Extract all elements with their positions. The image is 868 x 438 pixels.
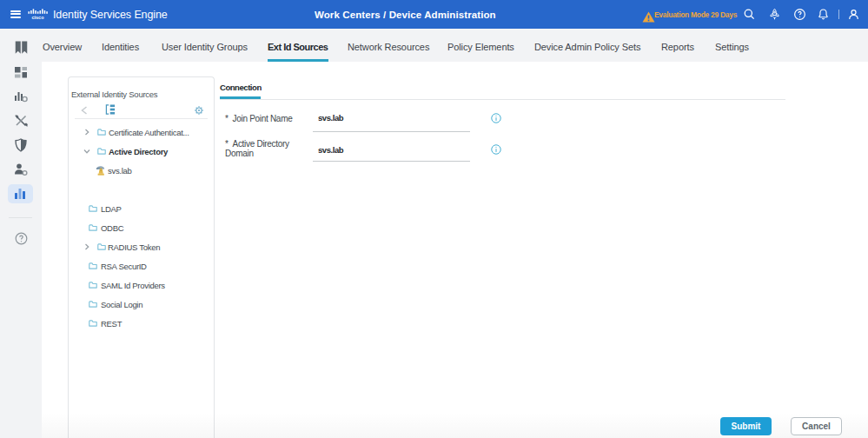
svg-text:cisco: cisco <box>31 15 44 20</box>
